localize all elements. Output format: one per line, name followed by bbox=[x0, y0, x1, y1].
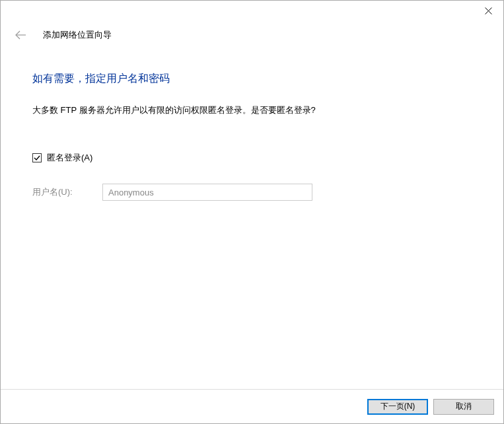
username-label: 用户名(U): bbox=[32, 186, 102, 198]
cancel-button[interactable]: 取消 bbox=[433, 399, 494, 415]
next-button[interactable]: 下一页(N) bbox=[367, 399, 428, 415]
arrow-left-icon bbox=[15, 30, 26, 40]
back-button[interactable] bbox=[13, 27, 28, 43]
close-button[interactable] bbox=[473, 1, 503, 20]
anonymous-checkbox[interactable] bbox=[32, 153, 42, 162]
page-heading: 如有需要，指定用户名和密码 bbox=[32, 72, 472, 86]
anonymous-checkbox-label[interactable]: 匿名登录(A) bbox=[47, 152, 92, 164]
wizard-title: 添加网络位置向导 bbox=[43, 29, 112, 41]
username-input[interactable] bbox=[102, 184, 312, 201]
checkmark-icon bbox=[33, 154, 41, 162]
page-description: 大多数 FTP 服务器允许用户以有限的访问权限匿名登录。是否要匿名登录? bbox=[32, 104, 472, 116]
close-icon bbox=[485, 7, 492, 15]
